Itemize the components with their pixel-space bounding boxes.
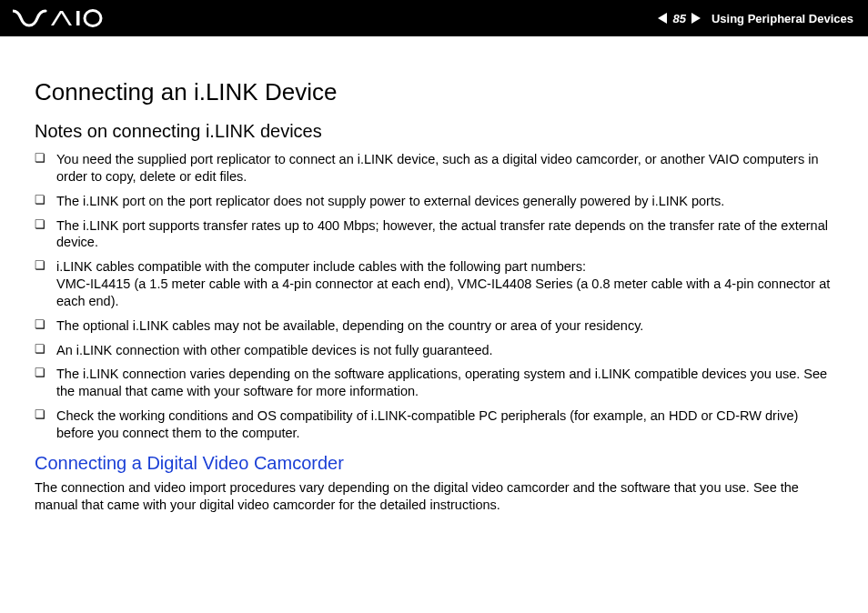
notes-list: You need the supplied port replicator to… xyxy=(35,151,833,442)
list-item: You need the supplied port replicator to… xyxy=(35,151,833,186)
page-indicator: 85 xyxy=(658,12,700,25)
subsection-title[interactable]: Connecting a Digital Video Camcorder xyxy=(35,453,833,474)
list-item: The optional i.LINK cables may not be av… xyxy=(35,317,833,335)
page-content: Connecting an i.LINK Device Notes on con… xyxy=(0,36,868,532)
list-item: An i.LINK connection with other compatib… xyxy=(35,342,833,359)
list-item: The i.LINK port supports transfer rates … xyxy=(35,217,833,252)
page-title: Connecting an i.LINK Device xyxy=(35,78,833,106)
page-number: 85 xyxy=(671,12,687,25)
list-item: The i.LINK connection varies depending o… xyxy=(35,366,833,400)
list-item: Check the working conditions and OS comp… xyxy=(35,407,833,442)
svg-point-1 xyxy=(85,11,101,26)
next-page-arrow-icon[interactable] xyxy=(691,13,701,24)
vaio-logo xyxy=(13,8,104,28)
header-bar: 85 Using Peripheral Devices xyxy=(0,0,868,36)
svg-rect-0 xyxy=(76,11,80,25)
list-item: The i.LINK port on the port replicator d… xyxy=(35,193,833,210)
section-name: Using Peripheral Devices xyxy=(712,12,853,25)
page-subtitle: Notes on connecting i.LINK devices xyxy=(35,121,833,142)
header-nav: 85 Using Peripheral Devices xyxy=(658,12,853,25)
subsection-body: The connection and video import procedur… xyxy=(35,479,833,514)
list-item: i.LINK cables compatible with the comput… xyxy=(35,258,833,310)
prev-page-arrow-icon[interactable] xyxy=(658,13,667,24)
